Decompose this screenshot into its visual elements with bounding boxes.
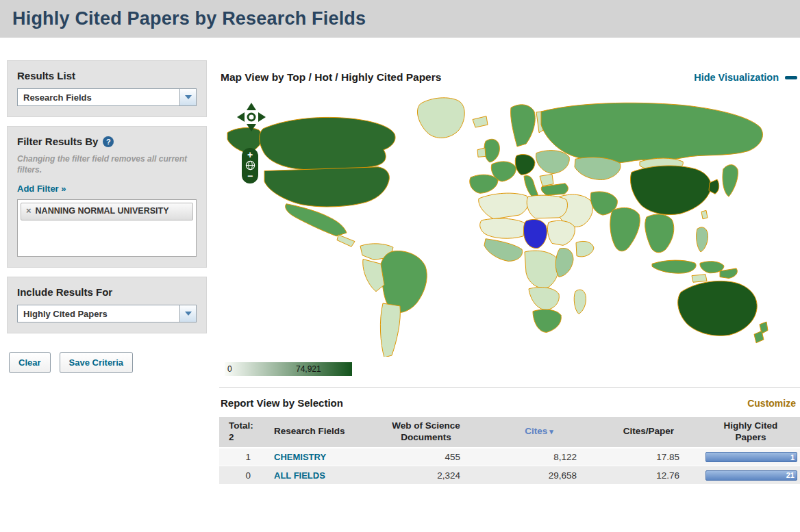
sidebar: Results List Research Fields Filter Resu… bbox=[7, 60, 207, 485]
add-filter-link[interactable]: Add Filter » bbox=[17, 183, 66, 194]
world-map-svg[interactable] bbox=[221, 93, 768, 357]
column-cites-per-paper[interactable]: Cites/Paper bbox=[597, 417, 700, 448]
hide-visualization-label: Hide Visualization bbox=[694, 72, 779, 83]
row-index: 0 bbox=[219, 466, 268, 485]
filter-label: Filter Results By ? bbox=[17, 136, 197, 147]
filter-note: Changing the filter field removes all cu… bbox=[17, 154, 197, 175]
total-header: Total: 2 bbox=[219, 417, 268, 448]
results-list-dropdown-button[interactable] bbox=[179, 89, 196, 105]
results-list-label: Results List bbox=[17, 70, 197, 81]
pan-left-icon bbox=[237, 112, 245, 122]
cites-value: 8,122 bbox=[481, 448, 597, 466]
legend-gradient-bar bbox=[225, 362, 352, 376]
report-table: Total: 2 Research Fields Web of Science … bbox=[219, 417, 800, 485]
results-list-selected: Research Fields bbox=[18, 89, 179, 105]
report-view-title: Report View by Selection bbox=[221, 397, 343, 409]
table-row: 1 CHEMISTRY 455 8,122 17.85 1 bbox=[219, 448, 800, 466]
column-cites[interactable]: Cites▾ bbox=[481, 417, 597, 448]
main-content: Map View by Top / Hot / Highly Cited Pap… bbox=[207, 60, 800, 485]
total-label: Total: bbox=[229, 420, 253, 431]
zoom-in-button[interactable]: + bbox=[247, 150, 253, 160]
pan-right-icon bbox=[258, 112, 266, 122]
include-results-label: Include Results For bbox=[17, 286, 197, 298]
filter-label-text: Filter Results By bbox=[17, 136, 98, 147]
legend-max-value: 74,921 bbox=[296, 364, 321, 374]
cites-value: 29,658 bbox=[481, 466, 597, 485]
highly-cited-bar-cell: 1 bbox=[700, 448, 800, 466]
total-value: 2 bbox=[229, 432, 234, 442]
sidebar-buttons: Clear Save Criteria bbox=[7, 352, 207, 373]
highly-cited-bar-cell: 21 bbox=[700, 466, 800, 485]
table-header-row: Total: 2 Research Fields Web of Science … bbox=[219, 417, 800, 448]
hide-visualization-link[interactable]: Hide Visualization bbox=[694, 72, 797, 83]
highlighted-country[interactable] bbox=[523, 219, 547, 248]
column-research-fields[interactable]: Research Fields bbox=[268, 417, 371, 448]
highly-cited-bar: 1 bbox=[705, 452, 797, 462]
results-list-panel: Results List Research Fields bbox=[7, 60, 207, 117]
wos-documents-value: 455 bbox=[371, 448, 481, 466]
legend-min-value: 0 bbox=[227, 364, 232, 374]
page-header: Highly Cited Papers by Research Fields bbox=[0, 0, 800, 38]
row-index: 1 bbox=[219, 448, 268, 466]
field-link-chemistry[interactable]: CHEMISTRY bbox=[274, 452, 326, 462]
filter-box: × NANNING NORMAL UNIVERSITY bbox=[17, 199, 197, 257]
map-countries[interactable] bbox=[227, 98, 768, 357]
include-results-selected: Highly Cited Papers bbox=[18, 305, 179, 322]
highly-cited-value: 1 bbox=[790, 453, 795, 461]
map-zoom-control[interactable]: + − bbox=[242, 148, 258, 183]
world-map: + − bbox=[219, 93, 800, 357]
report-view-header: Report View by Selection Customize bbox=[219, 387, 800, 417]
pan-down-icon bbox=[247, 124, 256, 131]
map-view-title: Map View by Top / Hot / Highly Cited Pap… bbox=[221, 71, 441, 84]
cites-per-paper-value: 12.76 bbox=[597, 466, 700, 485]
table-row: 0 ALL FIELDS 2,324 29,658 12.76 21 bbox=[219, 466, 800, 485]
column-highly-cited-papers[interactable]: Highly Cited Papers bbox=[700, 417, 800, 448]
results-list-dropdown[interactable]: Research Fields bbox=[17, 88, 197, 106]
globe-icon[interactable] bbox=[245, 160, 255, 170]
highly-cited-value: 21 bbox=[786, 471, 795, 479]
sort-desc-icon: ▾ bbox=[549, 427, 553, 435]
column-wos-documents[interactable]: Web of Science Documents bbox=[371, 417, 481, 448]
wos-documents-value: 2,324 bbox=[371, 466, 481, 485]
zoom-out-button[interactable]: − bbox=[247, 171, 253, 181]
remove-filter-icon[interactable]: × bbox=[26, 206, 32, 216]
chevron-down-icon bbox=[185, 312, 192, 316]
page-title: Highly Cited Papers by Research Fields bbox=[12, 8, 366, 29]
map-view-header: Map View by Top / Hot / Highly Cited Pap… bbox=[219, 60, 800, 93]
include-results-dropdown-button[interactable] bbox=[179, 305, 196, 322]
help-icon[interactable]: ? bbox=[103, 136, 114, 147]
map-pan-control[interactable] bbox=[236, 101, 267, 136]
collapse-icon bbox=[785, 76, 797, 79]
clear-button[interactable]: Clear bbox=[9, 352, 51, 373]
include-results-panel: Include Results For Highly Cited Papers bbox=[7, 277, 207, 333]
filter-tag[interactable]: × NANNING NORMAL UNIVERSITY bbox=[21, 203, 193, 220]
filter-tag-label: NANNING NORMAL UNIVERSITY bbox=[36, 206, 169, 217]
customize-link[interactable]: Customize bbox=[747, 398, 796, 409]
filter-panel: Filter Results By ? Changing the filter … bbox=[7, 126, 207, 268]
highly-cited-bar: 21 bbox=[705, 470, 797, 481]
pan-up-icon bbox=[247, 103, 256, 110]
include-results-dropdown[interactable]: Highly Cited Papers bbox=[17, 305, 197, 322]
cites-per-paper-value: 17.85 bbox=[597, 448, 700, 466]
save-criteria-button[interactable]: Save Criteria bbox=[60, 352, 134, 373]
chevron-down-icon bbox=[185, 95, 192, 99]
map-legend: 0 74,921 bbox=[225, 362, 352, 376]
field-link-all-fields[interactable]: ALL FIELDS bbox=[274, 470, 325, 481]
